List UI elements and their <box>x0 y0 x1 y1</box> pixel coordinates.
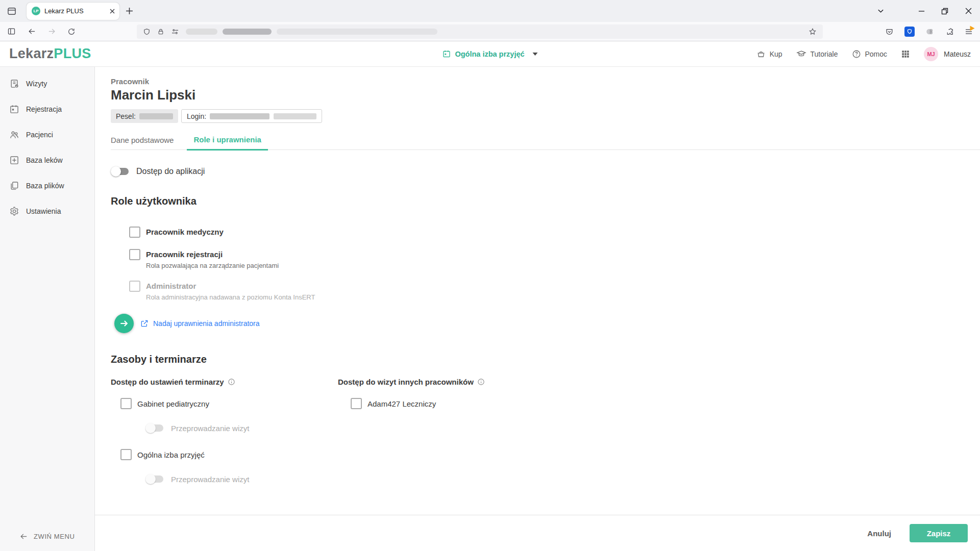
chevron-down-icon <box>533 53 538 56</box>
info-icon[interactable] <box>477 378 485 386</box>
collapse-menu-button[interactable]: ZWIŃ MENU <box>19 532 75 541</box>
medicine-plus-icon <box>9 155 19 165</box>
resources-columns: Dostęp do ustawień terminarzy Gabinet pe… <box>111 378 980 500</box>
login-value-redacted <box>274 113 316 119</box>
tab-close-icon[interactable] <box>109 8 115 14</box>
sidebar-label: Rejestracja <box>26 105 62 113</box>
arrow-left-icon <box>19 532 28 541</box>
people-icon <box>9 130 19 140</box>
login-value-redacted <box>210 113 270 119</box>
page-tabs: Dane podstawowe Role i uprawnienia <box>111 135 980 150</box>
redacted-url-segment <box>186 29 217 35</box>
schedule-ogolna-izba-przyjec[interactable]: Ogólna izba przyjęć <box>120 449 338 460</box>
collapse-label: ZWIŃ MENU <box>34 533 75 540</box>
checkbox[interactable] <box>120 449 132 460</box>
graduation-cap-icon <box>796 49 806 59</box>
pesel-value-redacted <box>139 113 173 119</box>
back-icon[interactable] <box>23 24 40 39</box>
app-logo[interactable]: LekarzPLUS <box>9 46 91 62</box>
lock-icon[interactable] <box>157 28 164 35</box>
buy-label: Kup <box>770 50 782 58</box>
browser-tab[interactable]: LP Lekarz PLUS <box>27 3 119 20</box>
menu-hamburger-icon[interactable] <box>965 28 973 36</box>
url-bar[interactable] <box>137 24 823 39</box>
context-schedule-select[interactable]: Ogólna izba przyjęć <box>442 41 537 66</box>
role-label: Administrator <box>146 282 196 290</box>
visits-adam427-leczniczy[interactable]: Adam427 Leczniczy <box>351 398 485 409</box>
checkbox[interactable] <box>129 227 140 238</box>
tab-role-i-uprawnienia[interactable]: Role i uprawnienia <box>187 135 268 151</box>
sidebar-item-ustawienia[interactable]: Ustawienia <box>0 198 94 224</box>
arrow-right-circle-icon[interactable] <box>114 314 134 333</box>
sidebar-item-baza-lekow[interactable]: Baza leków <box>0 147 94 173</box>
schedule-gabinet-pediatryczny[interactable]: Gabinet pediatryczny <box>120 398 338 409</box>
restore-icon[interactable] <box>933 0 957 22</box>
bookmark-star-icon[interactable] <box>808 28 817 36</box>
bitwarden-icon[interactable] <box>904 27 915 37</box>
sidebar-label: Ustawienia <box>26 207 61 215</box>
schedule-label: Ogólna izba przyjęć <box>137 450 205 459</box>
cancel-button[interactable]: Anuluj <box>867 529 891 538</box>
sidebar-item-wizyty[interactable]: Wizyty <box>0 71 94 96</box>
context-label: Ogólna izba przyjęć <box>455 50 524 58</box>
question-circle-icon <box>852 49 861 59</box>
grant-admin-row: Nadaj uprawnienia administratora <box>129 312 980 335</box>
apps-grid-icon[interactable] <box>901 49 910 59</box>
extension-orb-icon[interactable] <box>925 27 935 36</box>
logo-primary: Lekarz <box>9 46 54 61</box>
calendar-icon <box>442 49 451 58</box>
buy-button[interactable]: Kup <box>756 49 782 59</box>
visits-subtitle: Dostęp do wizyt innych pracowników <box>338 378 474 386</box>
role-pracownik-rejestracji[interactable]: Pracownik rejestracji Rola pozwalająca n… <box>129 249 980 269</box>
gear-icon <box>9 206 19 216</box>
screen: LP Lekarz PLUS <box>0 0 980 551</box>
files-copy-icon <box>9 181 19 191</box>
list-all-tabs-icon[interactable] <box>869 0 892 22</box>
login-chip: Login: <box>181 109 322 123</box>
checkbox[interactable] <box>351 398 362 409</box>
sidebar-item-rejestracja[interactable]: Rejestracja <box>0 96 94 122</box>
sidebar-item-baza-plikow[interactable]: Baza plików <box>0 173 94 198</box>
checkbox[interactable] <box>120 398 132 409</box>
tutorials-label: Tutoriale <box>811 50 838 58</box>
permissions-icon[interactable] <box>171 28 179 36</box>
help-button[interactable]: Pomoc <box>852 49 888 59</box>
pocket-icon[interactable] <box>885 28 894 36</box>
tutorials-button[interactable]: Tutoriale <box>796 49 838 59</box>
conduct-visits-toggle-row: Przeprowadzanie wizyt <box>145 474 338 484</box>
pesel-label: Pesel: <box>116 112 136 120</box>
user-avatar[interactable]: MJ <box>924 47 938 61</box>
firefox-view-icon[interactable] <box>4 4 19 19</box>
grant-admin-link[interactable]: Nadaj uprawnienia administratora <box>153 319 260 328</box>
conduct-visits-toggle <box>145 423 164 433</box>
sidebar: Wizyty Rejestracja Pacjenci Baza leków <box>0 67 95 551</box>
schedule-item: Gabinet pediatryczny Przeprowadzanie wiz… <box>120 398 338 484</box>
sidebar-item-pacjenci[interactable]: Pacjenci <box>0 122 94 147</box>
checkbox[interactable] <box>129 249 140 260</box>
new-tab-button[interactable] <box>126 7 133 15</box>
redacted-url-segment <box>277 29 437 35</box>
reload-icon[interactable] <box>63 24 80 39</box>
sidebar-label: Wizyty <box>26 80 47 88</box>
main-row: Wizyty Rejestracja Pacjenci Baza leków <box>0 67 980 551</box>
role-pracownik-medyczny[interactable]: Pracownik medyczny <box>129 227 980 238</box>
info-icon[interactable] <box>228 378 235 386</box>
forward-icon[interactable] <box>43 24 60 39</box>
app-access-toggle[interactable] <box>111 166 129 177</box>
schedule-label: Gabinet pediatryczny <box>137 399 209 408</box>
puzzle-extensions-icon[interactable] <box>945 28 954 36</box>
user-name[interactable]: Mateusz <box>944 50 971 58</box>
browser-tabstrip: LP Lekarz PLUS <box>0 0 980 22</box>
checkbox-disabled <box>129 281 140 292</box>
sidebar-toggle-icon[interactable] <box>3 24 19 39</box>
site-favicon: LP <box>32 7 40 15</box>
tab-dane-podstawowe[interactable]: Dane podstawowe <box>111 136 187 149</box>
roles-list: Pracownik medyczny Pracownik rejestracji… <box>129 227 980 335</box>
schedules-subtitle: Dostęp do ustawień terminarzy <box>111 378 224 386</box>
save-button[interactable]: Zapisz <box>910 524 968 542</box>
close-window-icon[interactable] <box>957 0 980 22</box>
identity-chips: Pesel: Login: <box>111 109 980 123</box>
minimize-icon[interactable] <box>910 0 933 22</box>
app-header: LekarzPLUS Ogólna izba przyjęć Kup Tutor… <box>0 41 980 67</box>
shield-icon[interactable] <box>143 28 151 36</box>
